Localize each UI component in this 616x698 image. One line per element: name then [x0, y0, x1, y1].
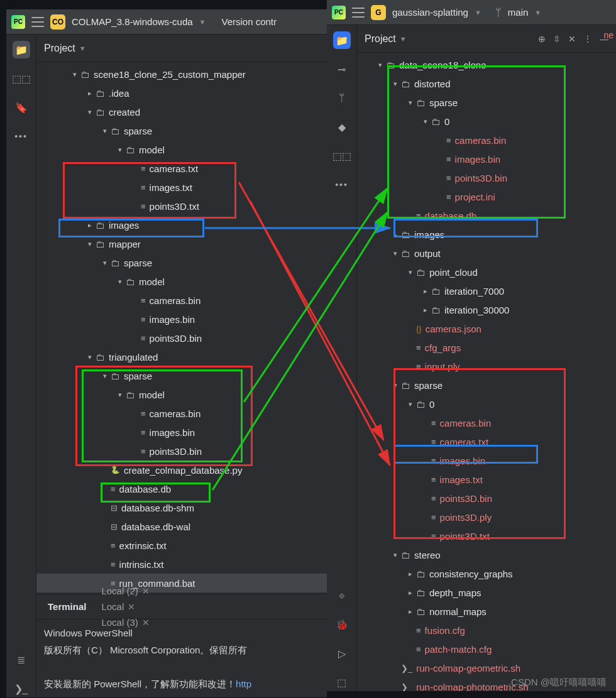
tree-item[interactable]: ▸≡cfg_args: [357, 338, 616, 357]
terminal-body[interactable]: Windows PowerShell版权所有（C） Microsoft Corp…: [36, 619, 327, 697]
chevron-down-icon[interactable]: ▾: [70, 70, 79, 79]
chevron-right-icon[interactable]: ▸: [421, 287, 430, 295]
tree-item[interactable]: ▸≡images.bin: [357, 150, 616, 168]
chevron-down-icon[interactable]: ▾: [391, 249, 400, 258]
tree-item[interactable]: ▾🗀sparse: [36, 121, 327, 140]
pullreq-tool-icon[interactable]: ᛘ: [333, 89, 351, 107]
tree-item[interactable]: ▸≡points3D.bin: [36, 329, 327, 347]
tree-item[interactable]: ▸⊟database.db-shm: [36, 498, 327, 517]
tree-item[interactable]: ▸≡images.txt: [357, 470, 616, 489]
project-name-label[interactable]: gaussian-splatting: [392, 7, 468, 18]
vcs-menu[interactable]: Version contr: [221, 16, 277, 27]
chevron-right-icon[interactable]: ▸: [421, 306, 430, 314]
close-icon[interactable]: ✕: [142, 618, 150, 628]
more-tool-icon[interactable]: •••: [333, 176, 351, 194]
tree-item[interactable]: ▸≡database.db: [36, 479, 327, 498]
tree-item[interactable]: ▸≡project.ini: [357, 187, 616, 206]
chevron-down-icon[interactable]: ▾: [85, 240, 94, 248]
tree-item[interactable]: ▸≡cameras.bin: [36, 404, 327, 423]
chevron-right-icon[interactable]: ▸: [406, 608, 415, 616]
tree-item[interactable]: ▸≡images.bin: [36, 423, 327, 442]
chevron-down-icon[interactable]: ▾: [85, 353, 94, 361]
chevron-down-icon[interactable]: ▾: [406, 400, 415, 408]
chevron-down-icon[interactable]: ▾: [116, 278, 124, 286]
tree-item[interactable]: ▾🗀sparse: [36, 366, 327, 385]
tree-item[interactable]: ▸≡input.ply: [357, 357, 616, 376]
structure-tool-icon[interactable]: ⬚⬚: [13, 70, 30, 87]
tree-item[interactable]: ▾🗀0: [357, 395, 616, 413]
tree-item[interactable]: ▸≡points3D.bin: [36, 442, 327, 461]
tree-item[interactable]: ▸≡points3D.bin: [357, 489, 616, 508]
debug-tool-icon[interactable]: 🐞: [333, 616, 351, 633]
close-icon[interactable]: ✕: [142, 586, 150, 596]
chevron-down-icon[interactable]: ▾: [391, 80, 400, 88]
tree-item[interactable]: ▾🗀stereo: [357, 545, 616, 564]
chevron-down-icon[interactable]: ▼: [534, 9, 541, 16]
chevron-down-icon[interactable]: ▾: [116, 146, 124, 154]
gitlab-tool-icon[interactable]: ◆: [333, 118, 351, 136]
python-console-icon[interactable]: ⟐: [333, 587, 351, 604]
tree-item[interactable]: ▸≡cameras.txt: [36, 159, 327, 178]
tree-item[interactable]: ▸≡patch-match.cfg: [357, 640, 616, 658]
tree-item[interactable]: ▸≡intrinsic.txt: [36, 555, 327, 574]
tree-item[interactable]: ▾🗀created: [36, 102, 327, 121]
tree-item[interactable]: ▸🗀consistency_graphs: [357, 564, 616, 583]
list-tool-icon[interactable]: ≣: [13, 651, 30, 668]
tree-item[interactable]: ▾🗀distorted: [357, 74, 616, 93]
tree-item[interactable]: ▸{}cameras.json: [357, 319, 616, 338]
tree-item[interactable]: ▸≡points3D.txt: [357, 526, 616, 545]
more-tool-icon[interactable]: •••: [13, 128, 30, 145]
tree-item[interactable]: ▸🗀depth_maps: [357, 583, 616, 602]
tree-item[interactable]: ▾🗀data_scene18_clone: [357, 55, 616, 74]
tree-item[interactable]: ▸≡images.bin: [357, 451, 616, 470]
tree-item[interactable]: ▸≡points3D.ply: [357, 508, 616, 526]
tree-item[interactable]: ▸≡database.db: [357, 206, 616, 225]
terminal-title[interactable]: Terminal: [43, 599, 91, 614]
tree-item[interactable]: ▾🗀sparse: [357, 93, 616, 112]
tree-item[interactable]: ▾🗀output: [357, 244, 616, 263]
chevron-down-icon[interactable]: ▾: [421, 117, 430, 126]
tree-item[interactable]: ▸≡points3D.txt: [36, 197, 327, 215]
tree-item[interactable]: ▸≡cameras.bin: [36, 291, 327, 310]
chevron-right-icon[interactable]: ▸: [406, 589, 415, 597]
expand-icon[interactable]: ⇳: [553, 34, 561, 44]
project-tool-icon[interactable]: 📁: [13, 41, 30, 58]
target-icon[interactable]: ⊕: [538, 34, 546, 44]
kebab-icon[interactable]: ⋮: [583, 34, 592, 44]
branch-label[interactable]: main: [508, 7, 529, 18]
tree-item[interactable]: ▸⊟database.db-wal: [36, 517, 327, 536]
chevron-down-icon[interactable]: ▾: [391, 551, 400, 559]
tree-item[interactable]: ▾🗀triangulated: [36, 347, 327, 366]
close-icon[interactable]: ✕: [128, 602, 135, 612]
chevron-down-icon[interactable]: ▾: [406, 268, 415, 276]
chevron-down-icon[interactable]: ▾: [116, 391, 124, 399]
chevron-down-icon[interactable]: ▾: [101, 127, 109, 135]
tree-item[interactable]: ▸≡fusion.cfg: [357, 621, 616, 640]
tree-item[interactable]: ▾🗀model: [36, 140, 327, 159]
bookmarks-tool-icon[interactable]: 🔖: [13, 99, 30, 116]
chevron-down-icon[interactable]: ▼: [475, 9, 481, 16]
right-project-tree[interactable]: ▾🗀data_scene18_clone▾🗀distorted▾🗀sparse▾…: [357, 53, 616, 691]
tree-item[interactable]: ▸❯_run-colmap-geometric.sh: [357, 658, 616, 677]
chevron-down-icon[interactable]: ▾: [101, 259, 109, 267]
tree-item[interactable]: ▾🗀sparse: [36, 253, 327, 272]
hamburger-icon[interactable]: [352, 8, 365, 18]
tree-item[interactable]: ▸≡run_command.bat: [36, 574, 327, 592]
chevron-right-icon[interactable]: ▸: [406, 570, 415, 578]
hamburger-icon[interactable]: [31, 17, 44, 27]
chevron-down-icon[interactable]: ▾: [85, 108, 94, 116]
chevron-down-icon[interactable]: ▾: [406, 99, 415, 107]
tree-item[interactable]: ▾🗀model: [36, 385, 327, 404]
tree-item[interactable]: ▸🗀images: [357, 225, 616, 244]
tree-item[interactable]: ▸🗀images: [36, 215, 327, 234]
terminal-tab[interactable]: Local ✕: [96, 599, 154, 614]
tree-item[interactable]: ▸🗀.idea: [36, 84, 327, 102]
tree-item[interactable]: ▾🗀model: [36, 272, 327, 291]
run-tool-icon[interactable]: ▷: [333, 645, 351, 662]
layers-tool-icon[interactable]: ⬚: [333, 673, 351, 691]
tree-item[interactable]: ▾🗀mapper: [36, 234, 327, 253]
tree-item[interactable]: ▾🗀0: [357, 112, 616, 131]
chevron-down-icon[interactable]: ▼: [199, 18, 206, 26]
structure-tool-icon[interactable]: ⬚⬚: [333, 147, 351, 165]
commit-tool-icon[interactable]: ⊸: [333, 60, 351, 78]
